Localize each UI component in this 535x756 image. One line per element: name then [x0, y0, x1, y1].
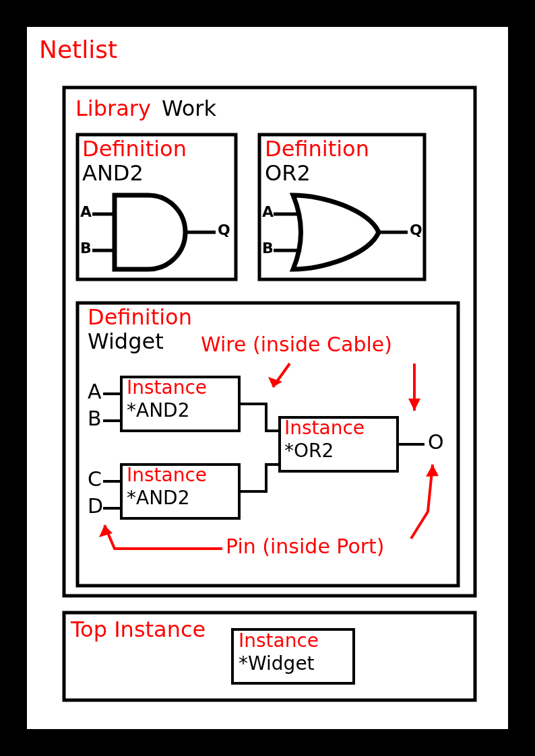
- netlist-title: Netlist: [39, 36, 117, 63]
- top-instance-label: Top Instance: [70, 617, 206, 642]
- or-gate-icon: A B Q: [262, 195, 422, 269]
- port-b: B: [88, 407, 102, 430]
- port-c: C: [88, 467, 102, 491]
- and-gate-icon: A B Q: [80, 195, 230, 269]
- pin-b: B: [80, 240, 92, 256]
- port-d: D: [88, 494, 103, 518]
- pin-q: Q: [410, 221, 422, 238]
- instance-label: Instance: [239, 629, 319, 652]
- instance-and2-2: Instance *AND2: [121, 464, 239, 518]
- instance-label: Instance: [127, 376, 207, 399]
- definition-name: AND2: [82, 160, 144, 186]
- pin-a: A: [262, 203, 274, 220]
- instance-or2: Instance *OR2: [280, 417, 398, 471]
- instance-and2-1: Instance *AND2: [121, 376, 239, 431]
- arrow-icon: [411, 465, 439, 539]
- definition-label: Definition: [82, 136, 187, 162]
- instance-label: Instance: [127, 464, 207, 486]
- arrow-icon: [268, 364, 290, 387]
- svg-marker-13: [408, 399, 420, 411]
- arrow-icon: [408, 364, 420, 411]
- pin-label: Pin (inside Port): [226, 535, 385, 558]
- pin-a: A: [80, 203, 92, 220]
- definition-widget-box: Definition Widget Wire (inside Cable) A …: [77, 303, 458, 586]
- definition-and2-box: Definition AND2 A B Q: [77, 135, 236, 279]
- instance-widget: Instance *Widget: [232, 629, 354, 683]
- pin-b: B: [262, 240, 274, 256]
- definition-name: OR2: [265, 160, 311, 186]
- wire-label: Wire (inside Cable): [201, 333, 392, 356]
- arrow-icon: [99, 525, 222, 549]
- instance-label: Instance: [284, 417, 365, 439]
- definition-name: Widget: [88, 329, 164, 354]
- top-instance-box: Top Instance Instance *Widget: [64, 613, 475, 700]
- netlist-diagram: Netlist Library Work Definition AND2 A B…: [27, 27, 508, 729]
- svg-marker-23: [426, 465, 439, 477]
- library-name: Work: [162, 96, 217, 121]
- instance-ref: *AND2: [127, 487, 189, 509]
- library-label: Library: [75, 96, 151, 121]
- instance-ref: *Widget: [239, 652, 315, 675]
- definition-label: Definition: [88, 304, 192, 330]
- definition-or2-box: Definition OR2 A B Q: [259, 135, 424, 279]
- svg-marker-22: [99, 525, 113, 537]
- instance-ref: *AND2: [127, 399, 189, 421]
- port-o: O: [428, 430, 444, 454]
- instance-ref: *OR2: [284, 440, 334, 462]
- definition-label: Definition: [265, 136, 369, 162]
- port-a: A: [88, 380, 102, 403]
- pin-q: Q: [218, 221, 230, 238]
